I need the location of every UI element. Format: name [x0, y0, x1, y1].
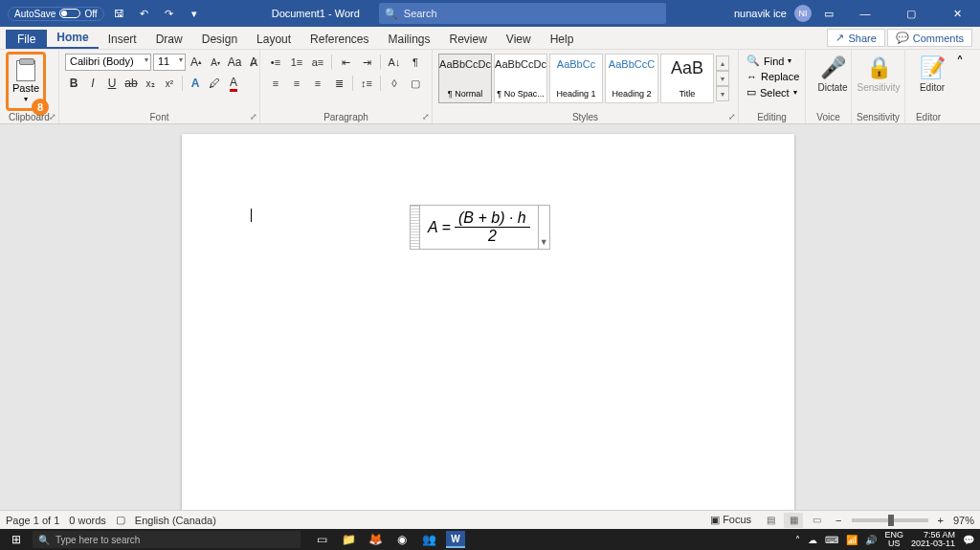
- tab-draw[interactable]: Draw: [146, 30, 192, 49]
- tray-language[interactable]: ENG US: [884, 531, 903, 548]
- align-left-button[interactable]: ≡: [266, 75, 285, 92]
- zoom-slider[interactable]: [852, 518, 928, 522]
- select-button[interactable]: ▭Select▾: [745, 85, 801, 99]
- document-workspace[interactable]: A = (B + b) · h 2 ▼: [0, 124, 980, 510]
- styles-scroll-up-icon[interactable]: ▴: [716, 55, 729, 71]
- taskbar-search[interactable]: 🔍 Type here to search: [33, 531, 301, 548]
- qat-customize-icon[interactable]: ▾: [185, 4, 204, 23]
- font-color-button[interactable]: A: [225, 75, 242, 92]
- font-dialog-launcher-icon[interactable]: ⤢: [250, 112, 257, 121]
- highlight-button[interactable]: 🖊: [206, 75, 223, 92]
- tab-insert[interactable]: Insert: [99, 30, 146, 49]
- zoom-out-button[interactable]: −: [835, 515, 841, 526]
- shrink-font-button[interactable]: A▾: [207, 54, 224, 71]
- chrome-icon[interactable]: ◉: [392, 531, 412, 548]
- style-heading-1[interactable]: AaBbCcHeading 1: [549, 54, 603, 103]
- focus-mode-button[interactable]: ▣ Focus: [710, 514, 751, 526]
- tab-file[interactable]: File: [6, 30, 47, 49]
- tab-design[interactable]: Design: [192, 30, 247, 49]
- undo-icon[interactable]: ↶: [135, 4, 154, 23]
- start-button[interactable]: ⊞: [0, 533, 33, 546]
- styles-expand-icon[interactable]: ▾: [716, 86, 729, 101]
- file-explorer-icon[interactable]: 📁: [339, 531, 358, 548]
- print-layout-button[interactable]: ▦: [784, 513, 803, 528]
- tray-onedrive-icon[interactable]: ☁: [808, 535, 817, 545]
- equation-handle-left-icon[interactable]: [411, 206, 420, 249]
- clipboard-dialog-launcher-icon[interactable]: ⤢: [49, 112, 56, 121]
- superscript-button[interactable]: x²: [161, 75, 178, 92]
- ribbon-display-icon[interactable]: ▭: [819, 4, 838, 23]
- sort-button[interactable]: A↓: [385, 54, 404, 71]
- increase-indent-button[interactable]: ⇥: [357, 54, 376, 71]
- paste-button[interactable]: Paste ▾ 8: [6, 52, 46, 111]
- proofing-icon[interactable]: ▢: [116, 514, 125, 526]
- multilevel-list-button[interactable]: a≡: [308, 54, 327, 71]
- tray-volume-icon[interactable]: 🔊: [865, 535, 877, 545]
- subscript-button[interactable]: x₂: [142, 75, 159, 92]
- tray-network-icon[interactable]: ⌨: [825, 535, 838, 545]
- close-button[interactable]: ✕: [938, 0, 976, 27]
- comments-button[interactable]: 💬Comments: [887, 29, 972, 47]
- dictate-button[interactable]: 🎤 Dictate: [812, 52, 854, 93]
- grow-font-button[interactable]: A▴: [188, 54, 205, 71]
- borders-button[interactable]: ▢: [406, 75, 425, 92]
- share-button[interactable]: ↗Share: [827, 29, 884, 47]
- shading-button[interactable]: ◊: [385, 75, 404, 92]
- font-size-select[interactable]: 11: [153, 54, 186, 71]
- minimize-button[interactable]: —: [846, 0, 884, 27]
- equation-object[interactable]: A = (B + b) · h 2 ▼: [410, 205, 550, 250]
- style-no-spacing[interactable]: AaBbCcDc¶ No Spac...: [494, 54, 547, 103]
- align-right-button[interactable]: ≡: [308, 75, 327, 92]
- task-view-button[interactable]: ▭: [312, 531, 331, 548]
- zoom-level[interactable]: 97%: [953, 515, 974, 526]
- tab-layout[interactable]: Layout: [247, 30, 301, 49]
- justify-button[interactable]: ≣: [329, 75, 348, 92]
- tab-view[interactable]: View: [497, 30, 541, 49]
- web-layout-button[interactable]: ▭: [807, 513, 826, 528]
- action-center-icon[interactable]: 💬: [963, 535, 974, 545]
- style-title[interactable]: AaBTitle: [660, 54, 714, 103]
- status-page[interactable]: Page 1 of 1: [6, 515, 59, 526]
- save-icon[interactable]: 🖫: [110, 4, 129, 23]
- tray-chevron-up-icon[interactable]: ˄: [795, 535, 800, 545]
- numbering-button[interactable]: 1≡: [287, 54, 306, 71]
- bold-button[interactable]: B: [65, 75, 82, 92]
- document-page[interactable]: A = (B + b) · h 2 ▼: [182, 134, 794, 510]
- strikethrough-button[interactable]: ab: [122, 75, 140, 92]
- change-case-button[interactable]: Aa: [226, 54, 243, 71]
- tab-review[interactable]: Review: [440, 30, 497, 49]
- text-effects-button[interactable]: A: [187, 75, 204, 92]
- style-heading-2[interactable]: AaBbCcCHeading 2: [605, 54, 658, 103]
- autosave-toggle[interactable]: AutoSave Off: [8, 7, 104, 21]
- zoom-in-button[interactable]: +: [938, 515, 944, 526]
- tab-home[interactable]: Home: [47, 28, 98, 49]
- maximize-button[interactable]: ▢: [892, 0, 930, 27]
- collapse-ribbon-button[interactable]: ˄: [951, 50, 969, 123]
- show-marks-button[interactable]: ¶: [406, 54, 425, 71]
- tab-help[interactable]: Help: [541, 30, 584, 49]
- replace-button[interactable]: ↔Replace: [745, 70, 801, 83]
- word-taskbar-icon[interactable]: W: [446, 531, 465, 548]
- equation-options-button[interactable]: ▼: [538, 206, 549, 249]
- tray-wifi-icon[interactable]: 📶: [846, 535, 858, 545]
- underline-button[interactable]: U: [103, 75, 121, 92]
- line-spacing-button[interactable]: ↕≡: [357, 75, 376, 92]
- search-bar[interactable]: 🔍 Search: [379, 3, 666, 24]
- tab-references[interactable]: References: [301, 30, 378, 49]
- styles-dialog-launcher-icon[interactable]: ⤢: [728, 112, 736, 121]
- font-name-select[interactable]: Calibri (Body): [65, 54, 151, 71]
- editor-button[interactable]: 📝 Editor: [911, 52, 953, 93]
- tray-clock[interactable]: 7:56 AM 2021-03-11: [911, 531, 955, 548]
- user-avatar[interactable]: NI: [794, 5, 812, 22]
- tab-mailings[interactable]: Mailings: [378, 30, 439, 49]
- bullets-button[interactable]: •≡: [266, 54, 285, 71]
- read-mode-button[interactable]: ▤: [761, 513, 780, 528]
- find-button[interactable]: 🔍Find▾: [745, 54, 801, 68]
- firefox-icon[interactable]: 🦊: [366, 531, 385, 548]
- italic-button[interactable]: I: [84, 75, 101, 92]
- equation-content[interactable]: A = (B + b) · h 2: [420, 206, 538, 249]
- align-center-button[interactable]: ≡: [287, 75, 306, 92]
- decrease-indent-button[interactable]: ⇤: [336, 54, 355, 71]
- status-language[interactable]: English (Canada): [135, 515, 216, 526]
- styles-scroll-down-icon[interactable]: ▾: [716, 71, 729, 86]
